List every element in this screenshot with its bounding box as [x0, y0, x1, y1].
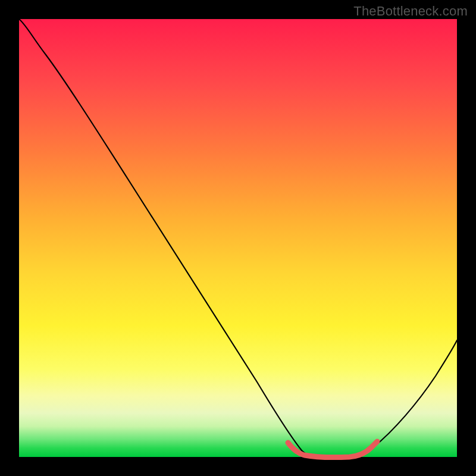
watermark-text: TheBottleneck.com: [353, 4, 468, 19]
chart-frame: TheBottleneck.com: [0, 0, 476, 476]
chart-svg: [19, 19, 457, 457]
bottleneck-curve: [19, 19, 457, 457]
